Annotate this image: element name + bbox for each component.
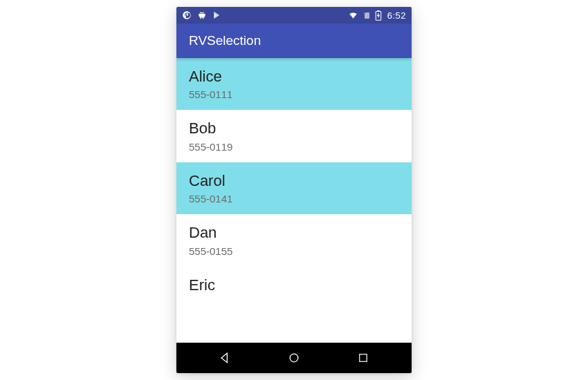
svg-point-4 bbox=[290, 354, 298, 362]
contact-name: Bob bbox=[189, 120, 399, 137]
contact-phone: 555-0119 bbox=[189, 141, 399, 153]
home-icon bbox=[287, 351, 301, 365]
svg-rect-5 bbox=[360, 354, 367, 362]
app-title: RVSelection bbox=[189, 33, 261, 48]
play-store-icon bbox=[212, 10, 222, 20]
android-icon bbox=[197, 10, 207, 20]
contact-name: Dan bbox=[189, 224, 399, 242]
list-item[interactable]: Eric bbox=[176, 267, 412, 301]
list-item[interactable]: Alice 555-0111 bbox=[176, 58, 412, 110]
contacts-list[interactable]: Alice 555-0111 Bob 555-0119 Carol 555-01… bbox=[176, 58, 412, 343]
back-icon bbox=[218, 351, 232, 365]
status-bar-left bbox=[182, 10, 222, 20]
device-frame: 6:52 RVSelection Alice 555-0111 Bob 555-… bbox=[176, 7, 412, 373]
list-item[interactable]: Dan 555-0155 bbox=[176, 214, 412, 266]
recents-button[interactable] bbox=[342, 343, 384, 373]
wifi-icon bbox=[348, 10, 358, 20]
list-item[interactable]: Bob 555-0119 bbox=[176, 110, 412, 162]
list-item[interactable]: Carol 555-0141 bbox=[176, 162, 412, 214]
battery-charging-icon bbox=[375, 10, 382, 21]
no-sim-icon bbox=[362, 10, 371, 20]
contact-name: Alice bbox=[189, 68, 399, 86]
contact-name: Carol bbox=[189, 172, 399, 190]
pinterest-icon bbox=[182, 10, 192, 20]
contact-phone: 555-0111 bbox=[189, 88, 399, 100]
recents-icon bbox=[357, 352, 369, 364]
navigation-bar bbox=[176, 343, 412, 373]
app-bar: RVSelection bbox=[176, 23, 412, 58]
contact-name: Eric bbox=[189, 276, 399, 294]
back-button[interactable] bbox=[204, 343, 246, 373]
status-bar-right: 6:52 bbox=[348, 10, 406, 21]
contact-phone: 555-0141 bbox=[189, 193, 399, 205]
home-button[interactable] bbox=[273, 343, 315, 373]
status-bar: 6:52 bbox=[176, 7, 412, 23]
contact-phone: 555-0155 bbox=[189, 245, 399, 257]
status-clock: 6:52 bbox=[387, 10, 406, 21]
svg-rect-3 bbox=[377, 10, 379, 12]
